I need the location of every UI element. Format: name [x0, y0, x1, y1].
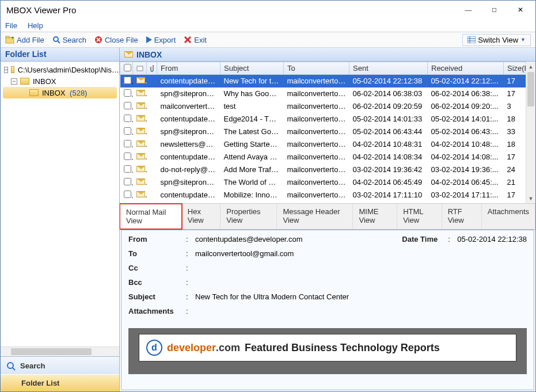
- preview-headline: Featured Business Technology Reports: [245, 342, 440, 354]
- tab-properties-view[interactable]: Properties View: [221, 204, 277, 229]
- exit-button[interactable]: Exit: [184, 36, 207, 44]
- label-subject: Subject: [128, 292, 186, 301]
- table-row[interactable]: contentupdates...Edge2014 - The P...mail…: [120, 113, 535, 125]
- export-label: Export: [154, 36, 176, 44]
- tab-mime-view[interactable]: MIME View: [353, 204, 397, 229]
- tree-root[interactable]: − C:\Users\admin\Desktop\Nis…: [1, 64, 119, 75]
- nav-folder-list[interactable]: Folder List: [1, 374, 119, 391]
- mail-icon: [133, 113, 147, 125]
- menu-help[interactable]: Help: [28, 21, 43, 30]
- row-checkbox[interactable]: [120, 201, 133, 204]
- table-row[interactable]: do-not-reply@de...Add More Traffic ...ma…: [120, 163, 535, 176]
- cell-to: mailconvertertool...: [284, 75, 349, 87]
- export-icon: [146, 36, 152, 43]
- table-row[interactable]: contentupdates...New Tech for the ...mai…: [120, 75, 535, 87]
- close-file-icon: [94, 36, 102, 44]
- table-row[interactable]: spn@sitepronew...Why has Google ...mailc…: [120, 87, 535, 100]
- search-button[interactable]: Search: [52, 36, 86, 44]
- tree-inbox[interactable]: − INBOX: [1, 75, 119, 87]
- close-file-label: Close File: [105, 36, 138, 44]
- svg-rect-17: [137, 66, 143, 71]
- row-checkbox[interactable]: [120, 176, 133, 189]
- label-bcc: Bcc: [128, 278, 186, 287]
- developer-logo-icon: d: [146, 340, 162, 356]
- table-row[interactable]: contentupdates...Attend Avaya Evo...mail…: [120, 151, 535, 163]
- svg-point-15: [7, 363, 13, 368]
- cell-to: mailconvertertool...: [284, 125, 349, 138]
- add-file-button[interactable]: + Add File: [5, 36, 44, 44]
- toolbar: + Add File Search Close File Export Exit…: [1, 32, 535, 48]
- table-row[interactable]: spn@sitepronew...The Latest Googl...mail…: [120, 125, 535, 138]
- scroll-up-icon[interactable]: ▲: [526, 62, 535, 71]
- content-panel: INBOX From Subject To Sent Received: [120, 48, 535, 391]
- maximize-button[interactable]: □: [481, 2, 507, 18]
- left-bottom-nav: Search Folder List: [1, 356, 119, 391]
- cell-to: mailconvertertool...: [284, 113, 349, 125]
- scroll-thumb[interactable]: [527, 72, 534, 106]
- folder-tree[interactable]: − C:\Users\admin\Desktop\Nis… − INBOX IN…: [1, 62, 119, 347]
- mail-icon: [133, 176, 147, 189]
- col-received[interactable]: Received: [428, 62, 504, 75]
- preview-brand: developer.com: [167, 342, 240, 354]
- col-subject[interactable]: Subject: [221, 62, 284, 75]
- select-all-checkbox[interactable]: [120, 62, 133, 75]
- col-icon[interactable]: [133, 62, 147, 75]
- row-checkbox[interactable]: [120, 113, 133, 125]
- nav-search[interactable]: Search: [1, 357, 119, 374]
- tree-horizontal-scrollbar[interactable]: [1, 347, 119, 356]
- cell-received: 06-02-2014 09:20:...: [428, 100, 504, 113]
- cell-sent: 06-02-2014 09:20:59: [349, 100, 428, 113]
- mail-icon: [133, 100, 147, 113]
- collapse-icon[interactable]: −: [4, 67, 8, 73]
- label-from: From: [128, 235, 186, 243]
- table-row[interactable]: spn@sitepronew...The World of Eco...mail…: [120, 176, 535, 189]
- tab-normal-mail-view[interactable]: Normal Mail View: [120, 203, 183, 230]
- col-to[interactable]: To: [284, 62, 349, 75]
- row-attach: [147, 176, 157, 189]
- list-vertical-scrollbar[interactable]: ▲ ▼: [526, 62, 535, 203]
- folder-list-header: Folder List: [1, 48, 119, 62]
- scroll-down-icon[interactable]: ▼: [526, 193, 535, 203]
- cell-received: 06-02-2014 06:38:...: [428, 87, 504, 100]
- tree-inbox-child[interactable]: INBOX (528): [3, 87, 117, 98]
- row-checkbox[interactable]: [120, 163, 133, 176]
- col-sent[interactable]: Sent: [349, 62, 428, 75]
- value-cc: [195, 264, 527, 272]
- cell-subject: Edge2014 - The P...: [221, 113, 284, 125]
- message-detail: From : contentupdates@developer.com Date…: [121, 230, 534, 390]
- export-button[interactable]: Export: [146, 36, 176, 44]
- table-row[interactable]: newsletters@dev...Getting Started ...mai…: [120, 138, 535, 151]
- row-checkbox[interactable]: [120, 151, 133, 163]
- tab-rtf-view[interactable]: RTF View: [442, 204, 482, 229]
- row-checkbox[interactable]: [120, 125, 133, 138]
- row-checkbox[interactable]: [120, 138, 133, 151]
- table-row[interactable]: contentupdates...Mobilize: Innovat...mai…: [120, 189, 535, 201]
- svg-marker-8: [146, 36, 152, 43]
- row-checkbox[interactable]: [120, 75, 133, 87]
- row-checkbox[interactable]: [120, 100, 133, 113]
- tab-attachments[interactable]: Attachments: [482, 204, 535, 229]
- mail-icon: [133, 189, 147, 201]
- minimize-button[interactable]: ―: [455, 2, 481, 18]
- tab-hex-view[interactable]: Hex View: [182, 204, 221, 229]
- close-file-button[interactable]: Close File: [94, 36, 138, 44]
- switch-view-button[interactable]: Switch View ▼: [462, 34, 531, 46]
- tab-html-view[interactable]: HTML View: [397, 204, 442, 229]
- tab-message-header-view[interactable]: Message Header View: [277, 204, 353, 229]
- folder-panel: Folder List − C:\Users\admin\Desktop\Nis…: [1, 48, 120, 391]
- mail-icon: [124, 51, 133, 58]
- row-checkbox[interactable]: [120, 189, 133, 201]
- close-button[interactable]: ✕: [507, 2, 533, 18]
- row-checkbox[interactable]: [120, 87, 133, 100]
- cell-subject: Attend Avaya Evo...: [221, 151, 284, 163]
- title-bar: MBOX Viewer Pro ― □ ✕: [1, 1, 535, 19]
- menu-file[interactable]: File: [5, 21, 17, 30]
- table-row[interactable]: editor@esitesecr...eSiteSecrets.com ...m…: [120, 201, 535, 204]
- collapse-icon[interactable]: −: [11, 78, 17, 85]
- col-attachment[interactable]: [147, 62, 157, 75]
- col-from[interactable]: From: [157, 62, 221, 75]
- tree-inbox-label: INBOX: [33, 77, 56, 86]
- value-attachments: [195, 307, 527, 315]
- cell-received: 05-02-2014 06:43:...: [428, 125, 504, 138]
- table-row[interactable]: mailconvertertool...testmailconvertertoo…: [120, 100, 535, 113]
